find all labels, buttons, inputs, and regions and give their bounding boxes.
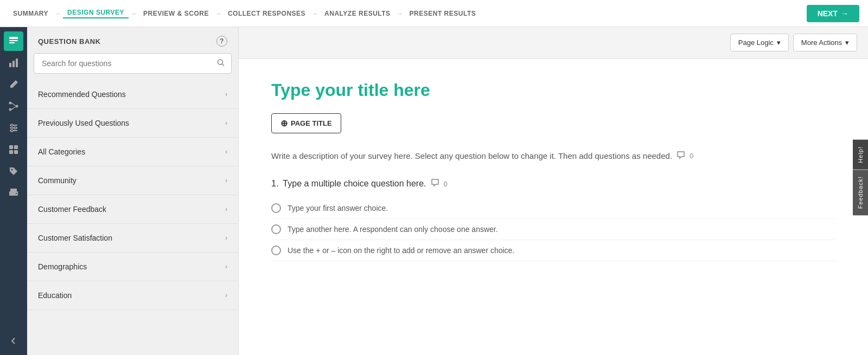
question-bank-header: QUESTION BANK ? xyxy=(27,27,238,53)
nav-arrow-2: → xyxy=(131,10,137,17)
answer-choice-1[interactable]: Type your first answer choice. xyxy=(271,198,835,219)
plus-circle-icon: ⊕ xyxy=(280,118,288,128)
svg-point-7 xyxy=(16,105,18,108)
svg-rect-17 xyxy=(9,145,13,149)
svg-rect-0 xyxy=(9,37,18,39)
category-customer-satisfaction[interactable]: Customer Satisfaction › xyxy=(27,224,238,253)
nav-step-collect[interactable]: COLLECT RESPONSES xyxy=(224,10,310,17)
next-arrow-icon: → xyxy=(841,9,848,18)
nav-steps: SUMMARY → DESIGN SURVEY → PREVIEW & SCOR… xyxy=(9,9,807,18)
nav-step-summary[interactable]: SUMMARY xyxy=(9,10,53,17)
question-bank-panel: QUESTION BANK ? Recommended Questions › … xyxy=(27,27,239,355)
chevron-right-icon: › xyxy=(225,263,227,270)
main-layout: QUESTION BANK ? Recommended Questions › … xyxy=(0,27,868,355)
help-tab-button[interactable]: Help! xyxy=(853,139,868,169)
svg-rect-2 xyxy=(9,42,15,43)
question-block: 1. Type a multiple choice question here.… xyxy=(271,178,835,261)
chevron-right-icon: › xyxy=(225,234,227,242)
question-comment-icon xyxy=(431,178,439,189)
icon-tag[interactable] xyxy=(4,162,23,181)
svg-rect-1 xyxy=(9,40,18,41)
icon-collapse[interactable] xyxy=(4,331,23,351)
chevron-right-icon: › xyxy=(225,119,227,127)
help-button[interactable]: ? xyxy=(216,36,227,47)
svg-line-9 xyxy=(12,103,16,106)
svg-rect-18 xyxy=(14,145,18,149)
svg-point-21 xyxy=(11,169,13,171)
svg-point-6 xyxy=(9,102,12,105)
answer-choice-3[interactable]: Use the + or – icon on the right to add … xyxy=(271,240,835,261)
icon-survey[interactable] xyxy=(4,31,23,51)
nav-arrow-5: → xyxy=(397,10,403,17)
icon-grid[interactable] xyxy=(4,140,23,159)
description-comment-count: 0 xyxy=(690,152,693,160)
search-icon xyxy=(216,59,225,69)
svg-rect-5 xyxy=(16,59,18,67)
category-recommended[interactable]: Recommended Questions › xyxy=(27,80,238,109)
chevron-right-icon: › xyxy=(225,91,227,98)
nav-step-preview[interactable]: PREVIEW & SCORE xyxy=(139,10,213,17)
nav-arrow-3: → xyxy=(215,10,221,17)
category-education[interactable]: Education › xyxy=(27,281,238,310)
radio-button-3 xyxy=(271,246,281,255)
svg-point-26 xyxy=(218,60,223,64)
question-bank-title: QUESTION BANK xyxy=(38,37,101,46)
page-logic-button[interactable]: Page Logic ▾ xyxy=(730,34,789,51)
nav-arrow-1: → xyxy=(55,10,61,17)
dropdown-arrow-icon: ▾ xyxy=(777,38,781,47)
icon-bar xyxy=(0,27,27,355)
question-comment-count: 0 xyxy=(444,180,448,188)
nav-step-design[interactable]: DESIGN SURVEY xyxy=(63,9,129,18)
icon-print[interactable] xyxy=(4,183,23,203)
icon-adjust[interactable] xyxy=(4,118,23,138)
svg-rect-20 xyxy=(14,150,18,154)
chevron-right-icon: › xyxy=(225,148,227,156)
svg-rect-4 xyxy=(12,61,15,67)
survey-title[interactable]: Type your title here xyxy=(271,80,835,100)
radio-button-2 xyxy=(271,224,281,234)
svg-line-27 xyxy=(222,64,225,66)
svg-line-10 xyxy=(12,107,16,109)
svg-point-14 xyxy=(11,124,13,126)
add-page-title-button[interactable]: ⊕ PAGE TITLE xyxy=(271,113,341,133)
svg-rect-3 xyxy=(9,63,11,67)
nav-step-present[interactable]: PRESENT RESULTS xyxy=(405,10,481,17)
dropdown-arrow-icon: ▾ xyxy=(845,38,849,47)
answer-choice-2[interactable]: Type another here. A respondent can only… xyxy=(271,219,835,240)
search-container xyxy=(34,53,232,74)
survey-area: Type your title here ⊕ PAGE TITLE Write … xyxy=(239,59,868,355)
svg-point-16 xyxy=(11,130,13,132)
chevron-right-icon: › xyxy=(225,177,227,184)
chevron-right-icon: › xyxy=(225,292,227,299)
svg-rect-22 xyxy=(10,189,17,191)
main-content: Page Logic ▾ More Actions ▾ Type your ti… xyxy=(239,27,868,355)
feedback-tab-button[interactable]: Feedback! xyxy=(853,170,868,215)
svg-point-15 xyxy=(14,127,16,129)
svg-point-8 xyxy=(9,108,12,111)
icon-flow[interactable] xyxy=(4,96,23,116)
category-customer-feedback[interactable]: Customer Feedback › xyxy=(27,195,238,224)
nav-arrow-4: → xyxy=(312,10,318,17)
svg-rect-24 xyxy=(11,196,16,197)
category-previously-used[interactable]: Previously Used Questions › xyxy=(27,109,238,138)
radio-button-1 xyxy=(271,203,281,213)
search-input[interactable] xyxy=(34,53,232,74)
icon-chart[interactable] xyxy=(4,53,23,73)
chevron-right-icon: › xyxy=(225,205,227,213)
category-list: Recommended Questions › Previously Used … xyxy=(27,80,238,355)
next-button[interactable]: NEXT → xyxy=(807,5,859,22)
help-tabs: Help! Feedback! xyxy=(853,139,868,215)
icon-edit[interactable] xyxy=(4,75,23,94)
category-all[interactable]: All Categories › xyxy=(27,138,238,166)
nav-step-analyze[interactable]: ANALYZE RESULTS xyxy=(320,10,395,17)
survey-description[interactable]: Write a description of your survey here.… xyxy=(271,151,835,161)
more-actions-button[interactable]: More Actions ▾ xyxy=(793,34,857,51)
comment-icon xyxy=(676,151,685,161)
category-demographics[interactable]: Demographics › xyxy=(27,253,238,281)
svg-rect-19 xyxy=(9,150,13,154)
question-text[interactable]: 1. Type a multiple choice question here.… xyxy=(271,178,835,189)
top-navigation: SUMMARY → DESIGN SURVEY → PREVIEW & SCOR… xyxy=(0,0,868,27)
category-community[interactable]: Community › xyxy=(27,166,238,195)
content-toolbar: Page Logic ▾ More Actions ▾ xyxy=(239,27,868,59)
svg-rect-25 xyxy=(16,193,17,194)
